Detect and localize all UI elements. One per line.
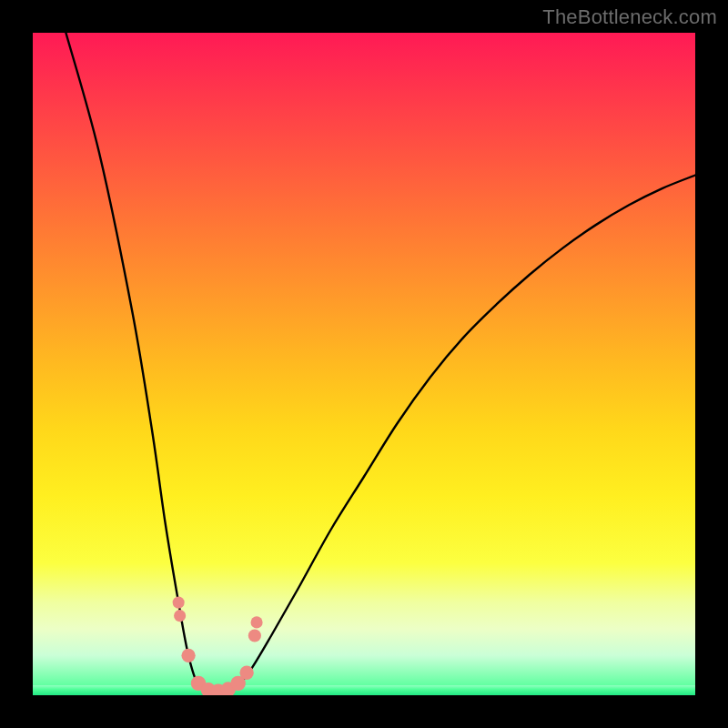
chart-marker (251, 616, 263, 628)
chart-marker (173, 597, 185, 609)
chart-marker (181, 649, 195, 662)
chart-marker (248, 629, 261, 642)
chart-plot-area (33, 33, 695, 695)
watermark-text: TheBottleneck.com (542, 5, 717, 29)
chart-curve (66, 33, 695, 693)
curve-path (66, 33, 695, 693)
chart-frame: TheBottleneck.com (0, 0, 728, 728)
chart-marker (240, 666, 254, 680)
chart-svg (33, 33, 695, 695)
chart-marker (174, 610, 186, 622)
